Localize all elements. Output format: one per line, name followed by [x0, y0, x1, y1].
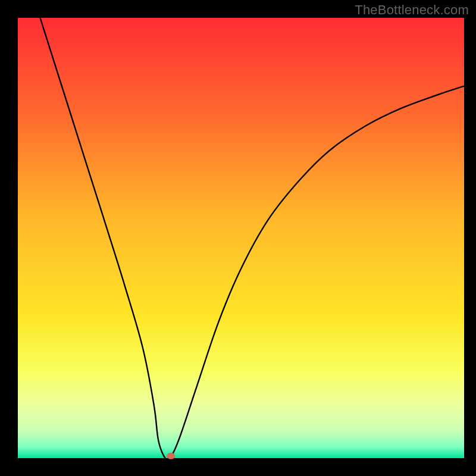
- optimum-marker: [167, 453, 175, 459]
- chart-frame: TheBottleneck.com: [0, 0, 476, 476]
- plot-background: [18, 18, 464, 458]
- watermark-text: TheBottleneck.com: [355, 2, 469, 18]
- bottleneck-chart: [0, 0, 476, 476]
